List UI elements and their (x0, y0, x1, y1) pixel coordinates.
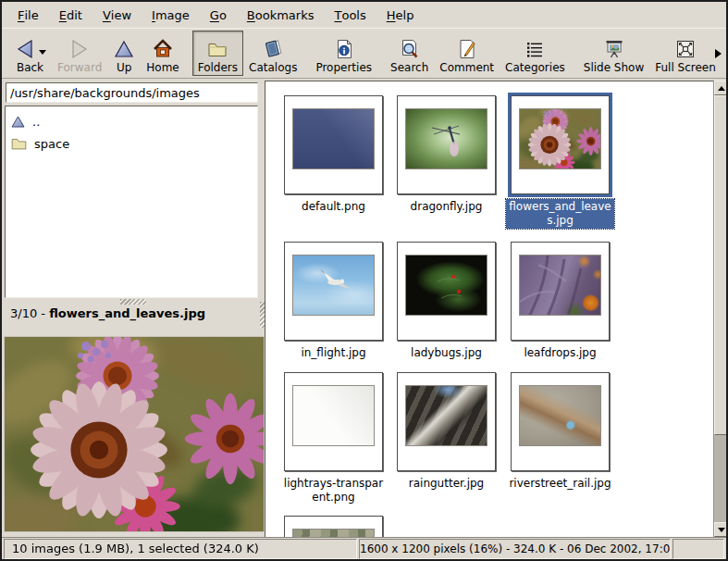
thumbnail-frame (397, 372, 496, 471)
menu-tools[interactable]: Tools (324, 2, 376, 28)
menu-help[interactable]: Help (376, 2, 425, 28)
thumbnail-frame (284, 242, 383, 341)
thumbnail-item[interactable]: raingutter.jpg (391, 372, 501, 492)
forward-button[interactable]: Forward (52, 31, 107, 76)
status-summary: 10 images (1.9 MB), 1 selected (324.0 K) (4, 539, 357, 559)
status-image-info: 1600 x 1200 pixels (16%) - 324.0 K - 06 … (359, 539, 671, 559)
thumbnail-item[interactable]: dragonfly.jpg (391, 95, 501, 215)
menu-view[interactable]: View (93, 2, 142, 28)
thumbnail-pane[interactable]: default.png dragonfly.jpg flowers_an (265, 81, 713, 537)
categories-icon (524, 38, 546, 60)
home-icon (152, 38, 174, 60)
thumbnail-frame (511, 242, 610, 341)
parent-dir-icon (11, 116, 25, 128)
menu-bookmarks[interactable]: Bookmarks (237, 2, 325, 28)
up-button[interactable]: Up (107, 31, 141, 76)
full-screen-button[interactable]: Full Screen (649, 31, 722, 76)
categories-button[interactable]: Categories (500, 31, 571, 76)
status-filler (672, 539, 724, 559)
flowers-figure (520, 109, 601, 169)
folder-icon (11, 137, 27, 150)
comment-label: Comment (439, 61, 494, 74)
catalogs-label: Catalogs (249, 61, 297, 74)
thumbnail-frame (511, 95, 610, 194)
thumbnail-image (405, 385, 487, 446)
search-button[interactable]: Search (385, 31, 434, 76)
properties-icon (333, 38, 355, 60)
comment-icon (456, 38, 478, 60)
menu-image[interactable]: Image (142, 2, 200, 28)
menu-edit[interactable]: Edit (49, 2, 93, 28)
thumbnail-item[interactable]: riverstreet_rail.jpg (505, 372, 615, 492)
back-dropdown-arrow[interactable] (39, 50, 46, 55)
thumbnail-label: dragonfly.jpg (392, 199, 500, 215)
folder-item-space[interactable]: space (6, 132, 257, 155)
thumbnail-item[interactable]: default.png (278, 95, 389, 215)
thumbnail-image (519, 108, 601, 169)
thumbnail-frame (397, 242, 496, 341)
thumbnail-label: riverstreet_rail.jpg (506, 476, 614, 492)
leaves-figure (520, 256, 601, 316)
slide-show-button[interactable]: Slide Show (578, 31, 649, 76)
properties-button[interactable]: Properties (310, 31, 377, 76)
home-button[interactable]: Home (141, 31, 184, 76)
thumbnail-image (405, 108, 487, 169)
forward-label: Forward (57, 61, 102, 74)
folders-button[interactable]: Folders (192, 31, 243, 76)
preview-pane[interactable] (4, 336, 265, 532)
back-icon (14, 38, 36, 60)
slide-show-label: Slide Show (584, 61, 644, 74)
menu-file[interactable]: File (7, 2, 49, 28)
toolbar-overflow-arrow[interactable] (715, 49, 722, 58)
thumbnail-item[interactable]: lightrays-transparent.png (278, 372, 389, 505)
thumbnail-frame (511, 372, 610, 471)
thumbnail-item[interactable]: flowers_and_leaves.jpg (505, 95, 615, 229)
thumbnail-frame (397, 95, 496, 194)
gthumb-window: File Edit View Image Go Bookmarks Tools … (0, 0, 728, 561)
toolbar: Back Forward Up (2, 28, 726, 79)
search-label: Search (390, 61, 428, 74)
folder-item-label: .. (32, 115, 40, 129)
location-input[interactable] (6, 82, 258, 103)
folders-icon (206, 38, 228, 60)
up-icon (113, 38, 135, 60)
menu-bar: File Edit View Image Go Bookmarks Tools … (2, 2, 726, 28)
selection-info: 3/10 - flowers_and_leaves.jpg (2, 303, 264, 325)
folder-item-parent[interactable]: .. (6, 110, 257, 132)
thumbnail-item-partial[interactable] (278, 516, 389, 537)
thumbnail-frame (284, 516, 383, 537)
scrollbar-thumb[interactable] (714, 95, 728, 435)
catalogs-button[interactable]: Catalogs (243, 31, 302, 76)
thumbnail-label: leafdrops.jpg (506, 345, 614, 361)
thumbnail-scrollbar[interactable] (713, 81, 728, 537)
thumbnail-label: flowers_and_leaves.jpg (506, 199, 614, 229)
thumbnail-image (519, 255, 601, 316)
thumbnail-item[interactable]: in_flight.jpg (278, 242, 389, 361)
thumbnail-image (292, 529, 375, 537)
comment-button[interactable]: Comment (434, 31, 500, 76)
thumbnail-label: lightrays-transparent.png (279, 476, 388, 505)
search-icon (399, 38, 421, 60)
folder-item-label: space (34, 137, 69, 151)
thumbnail-image (292, 255, 375, 316)
thumbnail-item[interactable]: ladybugs.jpg (391, 242, 501, 361)
up-label: Up (117, 61, 131, 74)
thumbnail-image (519, 385, 601, 446)
thumbnail-label: ladybugs.jpg (392, 345, 500, 361)
properties-label: Properties (315, 61, 372, 74)
scroll-down-button[interactable] (714, 522, 728, 537)
dragonfly-figure (406, 109, 487, 169)
thumbnail-item[interactable]: leafdrops.jpg (505, 242, 615, 361)
selection-filename: flowers_and_leaves.jpg (49, 306, 205, 320)
full-screen-icon (674, 38, 697, 60)
catalogs-icon (262, 38, 284, 60)
thumbnail-image (292, 385, 375, 446)
back-button[interactable]: Back (8, 31, 52, 76)
menu-go[interactable]: Go (200, 2, 237, 28)
bird-figure (293, 256, 375, 316)
thumbnail-label: raingutter.jpg (392, 476, 500, 492)
folder-list[interactable]: .. space (5, 106, 258, 298)
thumbnail-image (292, 108, 375, 169)
ladybugs-figure (406, 256, 487, 316)
scroll-up-button[interactable] (714, 81, 728, 95)
